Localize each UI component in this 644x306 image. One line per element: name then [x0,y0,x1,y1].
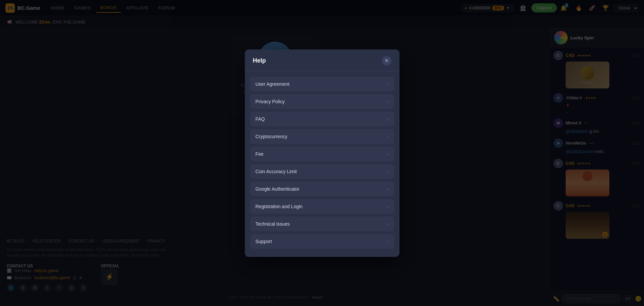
help-item-arrow-1: › [387,99,389,104]
help-item-arrow-5: › [387,169,389,174]
help-item-5[interactable]: Coin Accuracy Limit› [250,164,394,179]
modal-close-button[interactable]: ✕ [382,56,391,66]
help-item-0[interactable]: User Agreement› [250,77,394,91]
modal-overlay[interactable]: Help ✕ User Agreement›Privacy Policy›FAQ… [0,0,644,306]
help-item-label-3: Cryptocurrency [256,134,288,139]
help-item-label-7: Registration and Login [256,204,303,209]
help-item-4[interactable]: Fee› [250,147,394,161]
help-item-arrow-7: › [387,204,389,209]
help-item-1[interactable]: Privacy Policy› [250,94,394,109]
help-item-9[interactable]: Support› [250,234,394,249]
help-item-label-6: Google Authenticator [256,186,300,192]
modal-header: Help ✕ [245,49,400,71]
help-item-arrow-6: › [387,186,389,192]
help-item-6[interactable]: Google Authenticator› [250,182,394,196]
help-item-arrow-0: › [387,81,389,87]
help-item-3[interactable]: Cryptocurrency› [250,129,394,144]
help-item-label-1: Privacy Policy [256,99,285,104]
help-item-label-5: Coin Accuracy Limit [256,169,297,174]
help-item-8[interactable]: Technical issues› [250,217,394,231]
modal-title: Help [253,57,266,64]
help-item-arrow-2: › [387,116,389,122]
help-item-label-2: FAQ [256,116,265,122]
modal-body: User Agreement›Privacy Policy›FAQ›Crypto… [245,71,400,257]
help-item-arrow-8: › [387,221,389,227]
help-item-label-0: User Agreement [256,81,290,87]
help-modal: Help ✕ User Agreement›Privacy Policy›FAQ… [245,49,400,257]
help-item-label-8: Technical issues [256,221,290,227]
help-item-label-4: Fee [256,151,264,157]
help-item-arrow-3: › [387,134,389,139]
help-item-arrow-9: › [387,239,389,244]
help-item-arrow-4: › [387,151,389,157]
help-item-7[interactable]: Registration and Login› [250,199,394,214]
help-item-2[interactable]: FAQ› [250,112,394,126]
help-item-label-9: Support [256,239,272,244]
